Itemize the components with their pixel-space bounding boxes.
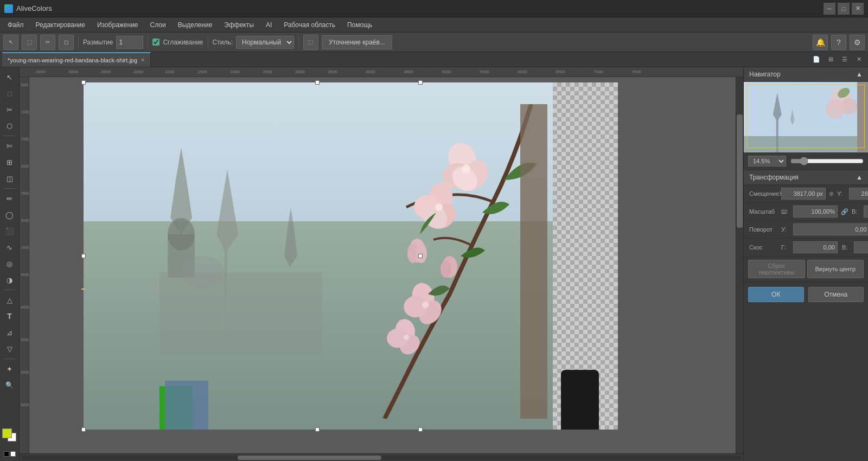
transform-skew-row: Скос Г: В: <box>744 239 868 257</box>
menu-ai[interactable]: AI <box>260 19 277 31</box>
tab-icon-new[interactable]: 📄 <box>810 54 822 66</box>
offset-x-input[interactable] <box>781 188 826 200</box>
tool-paint-bucket[interactable]: ▽ <box>2 341 17 356</box>
handle-tm[interactable] <box>315 80 320 85</box>
transform-rotate-row: Поворот У: <box>744 221 868 239</box>
tool-blur-brush[interactable]: ◎ <box>2 256 17 271</box>
tab-close-btn[interactable]: ✕ <box>141 57 145 63</box>
tool-move[interactable]: ⬚ <box>2 86 17 101</box>
help-btn[interactable]: ? <box>831 35 846 50</box>
reset-perspective-btn[interactable]: Сброс перспективы <box>748 260 805 278</box>
tool-brush[interactable]: ✏ <box>2 191 17 206</box>
navigator-title: Навигатор <box>749 71 781 78</box>
document-tab[interactable]: *young-man-wearing-red-bandana-black-shi… <box>2 52 151 67</box>
hscroll-thumb[interactable] <box>238 456 381 460</box>
blur-input[interactable] <box>116 36 143 49</box>
close-button[interactable]: ✕ <box>852 3 864 15</box>
tool-shape[interactable]: △ <box>2 292 17 308</box>
scale-h-input[interactable] <box>864 206 868 217</box>
scale-w-input[interactable] <box>793 206 838 217</box>
return-center-btn[interactable]: Вернуть центр <box>807 260 864 278</box>
menu-help[interactable]: Помощь <box>342 19 378 31</box>
blur-label: Размытие <box>83 39 113 46</box>
handle-tr[interactable] <box>418 80 423 85</box>
skew-b-input[interactable] <box>854 241 868 253</box>
hscrollbar[interactable] <box>20 453 743 461</box>
handle-tl[interactable] <box>81 80 86 85</box>
tool-crop[interactable]: ✄ <box>2 138 17 153</box>
svg-point-11 <box>462 165 470 174</box>
tool-text[interactable]: T <box>2 309 17 324</box>
black-swatch[interactable] <box>4 451 9 457</box>
minimize-button[interactable]: ─ <box>824 3 835 15</box>
nav-zoom-bar: 14.5% 25% 50% 100% <box>744 152 868 170</box>
style-select[interactable]: Нормальный <box>236 36 294 49</box>
refine-button[interactable]: Уточнение краёв... <box>322 35 392 49</box>
toolbar-move-btn[interactable]: ⬚ <box>22 35 37 50</box>
notification-btn[interactable]: 🔔 <box>813 35 828 50</box>
rotate-y-input[interactable] <box>793 223 868 235</box>
tool-select[interactable]: ↖ <box>2 69 17 85</box>
handle-br[interactable] <box>418 427 423 432</box>
navigator-collapse-icon[interactable]: ▲ <box>856 71 863 78</box>
toolbar-extra-btn[interactable]: ⬚ <box>303 35 318 50</box>
transform-header[interactable]: Трансформация ▲ <box>744 170 868 185</box>
tool-eyedropper[interactable]: ✦ <box>2 361 17 376</box>
zoom-slider[interactable] <box>790 157 864 165</box>
blue-building <box>165 381 208 430</box>
zoom-select[interactable]: 14.5% 25% 50% 100% <box>748 156 786 167</box>
toolbar-rect-btn[interactable]: ◻ <box>59 35 74 50</box>
canvas-image-container <box>84 82 556 430</box>
zoom-select-container: 14.5% 25% 50% 100% <box>748 156 786 167</box>
maximize-button[interactable]: □ <box>838 3 850 15</box>
vscroll-thumb[interactable] <box>737 114 743 227</box>
white-swatch[interactable] <box>10 451 16 457</box>
tool-clone[interactable]: ∿ <box>2 240 17 255</box>
tab-icon-close-panel[interactable]: ✕ <box>853 54 865 66</box>
handle-ml[interactable] <box>81 254 86 258</box>
menu-workspace[interactable]: Рабочая область <box>278 19 341 31</box>
settings-btn[interactable]: ⚙ <box>850 35 865 50</box>
ruler-left-content: 500 1000 1500 2000 2500 3000 3500 4000 4… <box>20 77 29 453</box>
toolbar-wand-btn[interactable]: ✂ <box>40 35 55 50</box>
tool-sep-4 <box>3 358 16 359</box>
tool-eraser[interactable]: ◯ <box>2 207 17 222</box>
toolbar-select-btn[interactable]: ↖ <box>3 35 18 50</box>
svg-point-19 <box>416 244 427 263</box>
canvas-viewport[interactable] <box>29 77 736 453</box>
transform-title: Трансформация <box>749 174 799 181</box>
smooth-label: Сглаживание <box>163 39 203 46</box>
skew-g-input[interactable] <box>793 241 838 253</box>
cancel-button[interactable]: Отмена <box>808 287 864 302</box>
tool-lasso[interactable]: ✂ <box>2 102 17 117</box>
tool-measure[interactable]: ⊞ <box>2 155 17 170</box>
menu-layers[interactable]: Слои <box>145 19 171 31</box>
menu-select[interactable]: Выделение <box>173 19 218 31</box>
tab-icon-list[interactable]: ☰ <box>839 54 851 66</box>
svg-point-16 <box>435 203 443 211</box>
smooth-checkbox[interactable] <box>152 39 159 46</box>
tool-fill[interactable]: ⬛ <box>2 223 17 239</box>
svg-point-6 <box>181 256 225 289</box>
foreground-color[interactable] <box>2 428 12 438</box>
menu-image[interactable]: Изображение <box>92 19 144 31</box>
handle-bl[interactable] <box>81 427 86 432</box>
menu-file[interactable]: Файл <box>2 19 29 31</box>
tool-zoom[interactable]: 🔍 <box>2 377 17 393</box>
toolbar-sep-2 <box>148 36 148 49</box>
scale-h-label: В: <box>852 208 861 215</box>
offset-y-input[interactable] <box>849 188 868 200</box>
tool-transform[interactable]: ◫ <box>2 171 17 186</box>
handle-bm[interactable] <box>315 427 320 432</box>
tool-magic-wand[interactable]: ⬡ <box>2 118 17 133</box>
tool-path[interactable]: ⊿ <box>2 325 17 340</box>
vscrollbar[interactable] <box>736 77 743 453</box>
menu-edit[interactable]: Редактирование <box>30 19 91 31</box>
style-label: Стиль: <box>213 39 233 46</box>
handle-mr[interactable] <box>418 254 423 258</box>
menu-effects[interactable]: Эффекты <box>219 19 259 31</box>
tool-dodge[interactable]: ◑ <box>2 272 17 287</box>
ok-button[interactable]: ОК <box>748 287 804 302</box>
hscroll-track[interactable] <box>22 456 741 460</box>
tab-icon-grid[interactable]: ⊞ <box>825 54 837 66</box>
